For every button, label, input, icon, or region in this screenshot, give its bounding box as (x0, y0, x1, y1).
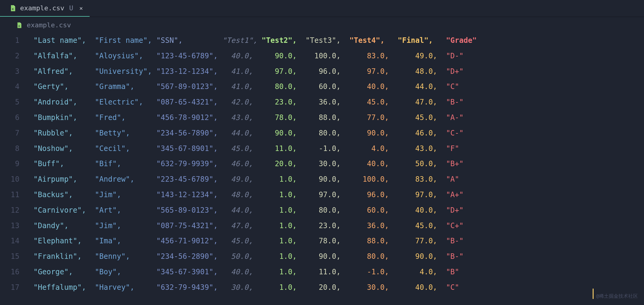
line-content[interactable]: "Alfalfa","Aloysius","123-45-6789",40.0,… (33, 52, 644, 60)
code-line: 1 "Last name", "First name", "SSN", "Tes… (0, 36, 644, 52)
line-number: 11 (0, 190, 33, 199)
line-content[interactable]: "Buff","Bif","632-79-9939",46.0,20.0,30.… (33, 159, 644, 168)
code-line: 13"Dandy","Jim","087-75-4321",47.0,1.0,2… (0, 221, 644, 237)
code-line: 14"Elephant","Ima","456-71-9012",45.0,1.… (0, 237, 644, 252)
line-content[interactable]: "Gerty","Gramma","567-89-0123",41.0,80.0… (33, 82, 644, 91)
line-content[interactable]: "Last name", "First name", "SSN", "Test1… (33, 36, 644, 45)
csv-cell-test2: 1.0, (262, 283, 305, 292)
line-number: 17 (0, 283, 33, 292)
line-content[interactable]: "Rubble","Betty","234-56-7890",44.0,90.0… (33, 129, 644, 137)
csv-cell-test3: 23.0, (306, 221, 349, 230)
csv-cell-ssn: "567-89-0123", (156, 82, 222, 91)
csv-cell-first: "Cecil", (95, 144, 156, 153)
csv-cell-ssn: "456-78-9012", (156, 113, 222, 122)
csv-cell-grade: "D+" (446, 206, 481, 214)
csv-cell-test3: 90.0, (306, 175, 349, 183)
csv-header-test4: "Test4", (349, 36, 398, 45)
csv-file-icon: X (16, 22, 22, 29)
code-line: 7"Rubble","Betty","234-56-7890",44.0,90.… (0, 129, 644, 144)
csv-cell-first: "Boy", (95, 268, 156, 276)
csv-cell-ssn: "565-89-0123", (156, 206, 222, 214)
csv-cell-first: "Gramma", (95, 82, 156, 91)
csv-cell-first: "Fred", (95, 113, 156, 122)
csv-header-last: "Last name", (33, 36, 95, 45)
csv-cell-test2: 1.0, (262, 206, 305, 214)
csv-cell-last: "Franklin", (33, 252, 95, 261)
csv-cell-grade: "B-" (446, 237, 481, 245)
close-icon[interactable]: × (79, 5, 83, 12)
svg-text:X: X (12, 8, 14, 11)
csv-cell-test2: 80.0, (262, 82, 305, 91)
csv-cell-first: "University", (95, 67, 156, 76)
csv-cell-test4: 100.0, (349, 175, 398, 183)
code-line: 12"Carnivore","Art","565-89-0123",44.0,1… (0, 206, 644, 221)
editor-area[interactable]: 1 "Last name", "First name", "SSN", "Tes… (0, 33, 644, 299)
tab-example-csv[interactable]: X example.csv U × (0, 0, 90, 17)
csv-cell-test2: 1.0, (262, 237, 305, 245)
csv-cell-last: "Elephant", (33, 237, 95, 245)
csv-cell-final: 44.0, (398, 82, 446, 91)
csv-cell-final: 40.0, (398, 283, 446, 292)
csv-cell-test2: 1.0, (262, 268, 305, 276)
code-line: 5"Android","Electric","087-65-4321",42.0… (0, 98, 644, 113)
csv-cell-first: "Jim", (95, 190, 156, 199)
line-content[interactable]: "Franklin","Benny","234-56-2890",50.0,1.… (33, 252, 644, 261)
line-number: 12 (0, 206, 33, 214)
csv-cell-test3: 36.0, (306, 98, 349, 106)
csv-cell-test1: 40.0, (222, 52, 262, 60)
csv-cell-final: 97.0, (398, 190, 446, 199)
csv-cell-test2: 1.0, (262, 175, 305, 183)
csv-cell-test1: 40.0, (222, 268, 262, 276)
csv-cell-first: "Electric", (95, 98, 156, 106)
csv-cell-final: 50.0, (398, 159, 446, 168)
line-content[interactable]: "Noshow","Cecil","345-67-8901",45.0,11.0… (33, 144, 644, 153)
csv-cell-test1: 44.0, (222, 206, 262, 214)
line-content[interactable]: "Airpump","Andrew","223-45-6789",49.0,1.… (33, 175, 644, 183)
line-content[interactable]: "Elephant","Ima","456-71-9012",45.0,1.0,… (33, 237, 644, 245)
csv-cell-last: "Noshow", (33, 144, 95, 153)
csv-cell-ssn: "456-71-9012", (156, 237, 222, 245)
csv-cell-test4: 40.0, (349, 82, 398, 91)
line-content[interactable]: "Heffalump","Harvey","632-79-9439",30.0,… (33, 283, 644, 292)
csv-file-icon: X (9, 5, 16, 12)
csv-cell-test4: 88.0, (349, 237, 398, 245)
breadcrumb[interactable]: X example.csv (0, 17, 644, 33)
csv-header-final: "Final", (398, 36, 446, 45)
line-content[interactable]: "George","Boy","345-67-3901",40.0,1.0,11… (33, 268, 644, 276)
code-line: 8"Noshow","Cecil","345-67-8901",45.0,11.… (0, 144, 644, 160)
csv-cell-first: "Benny", (95, 252, 156, 261)
csv-cell-last: "Dandy", (33, 221, 95, 230)
line-content[interactable]: "Backus","Jim","143-12-1234",48.0,1.0,97… (33, 190, 644, 199)
csv-cell-last: "Alfred", (33, 67, 95, 76)
csv-cell-test3: 80.0, (306, 129, 349, 137)
csv-cell-last: "Bumpkin", (33, 113, 95, 122)
csv-cell-test2: 20.0, (262, 159, 305, 168)
csv-cell-grade: "A+" (446, 190, 481, 199)
csv-cell-test4: 83.0, (349, 52, 398, 60)
csv-cell-first: "Harvey", (95, 283, 156, 292)
line-content[interactable]: "Android","Electric","087-65-4321",42.0,… (33, 98, 644, 106)
csv-cell-last: "Carnivore", (33, 206, 95, 214)
code-line: 3"Alfred","University","123-12-1234",41.… (0, 67, 644, 83)
line-content[interactable]: "Carnivore","Art","565-89-0123",44.0,1.0… (33, 206, 644, 214)
csv-cell-test3: 88.0, (306, 113, 349, 122)
csv-cell-test1: 46.0, (222, 159, 262, 168)
line-content[interactable]: "Dandy","Jim","087-75-4321",47.0,1.0,23.… (33, 221, 644, 230)
csv-cell-test4: 30.0, (349, 283, 398, 292)
csv-cell-test1: 45.0, (222, 144, 262, 153)
csv-cell-test3: 100.0, (306, 52, 349, 60)
code-line: 10"Airpump","Andrew","223-45-6789",49.0,… (0, 175, 644, 190)
csv-cell-test3: 30.0, (306, 159, 349, 168)
csv-cell-final: 46.0, (398, 129, 446, 137)
code-line: 4"Gerty","Gramma","567-89-0123",41.0,80.… (0, 82, 644, 98)
tab-label: example.csv (20, 4, 64, 12)
csv-cell-test2: 97.0, (262, 67, 305, 76)
csv-cell-grade: "B" (446, 268, 481, 276)
csv-cell-grade: "C-" (446, 129, 481, 137)
line-number: 16 (0, 268, 33, 276)
csv-cell-test3: 78.0, (306, 237, 349, 245)
tab-bar: X example.csv U × (0, 0, 644, 17)
line-content[interactable]: "Alfred","University","123-12-1234",41.0… (33, 67, 644, 76)
csv-cell-test4: 97.0, (349, 67, 398, 76)
line-content[interactable]: "Bumpkin","Fred","456-78-9012",43.0,78.0… (33, 113, 644, 122)
